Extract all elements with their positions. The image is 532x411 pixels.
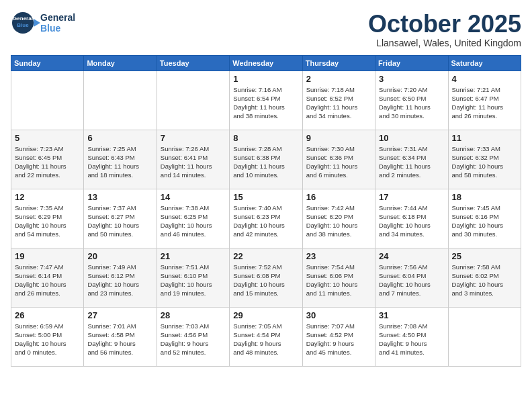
day-info: Sunrise: 7:33 AMSunset: 6:32 PMDaylight:… <box>452 144 517 180</box>
day-number: 23 <box>306 251 371 261</box>
header-row: Sunday Monday Tuesday Wednesday Thursday… <box>11 55 521 71</box>
calendar-table: Sunday Monday Tuesday Wednesday Thursday… <box>11 55 521 367</box>
calendar-cell <box>11 71 84 130</box>
day-info: Sunrise: 7:21 AMSunset: 6:47 PMDaylight:… <box>452 85 517 121</box>
day-number: 31 <box>379 310 444 320</box>
day-number: 18 <box>452 192 517 202</box>
day-number: 27 <box>87 310 152 320</box>
day-number: 14 <box>161 192 226 202</box>
calendar-cell: 6Sunrise: 7:25 AMSunset: 6:43 PMDaylight… <box>84 130 157 189</box>
svg-marker-3 <box>34 19 40 27</box>
day-info: Sunrise: 7:54 AMSunset: 6:06 PMDaylight:… <box>306 263 371 298</box>
day-info: Sunrise: 7:45 AMSunset: 6:16 PMDaylight:… <box>452 203 517 239</box>
day-info: Sunrise: 7:23 AMSunset: 6:45 PMDaylight:… <box>15 144 80 180</box>
day-info: Sunrise: 7:01 AMSunset: 4:58 PMDaylight:… <box>87 322 152 357</box>
week-row-4: 19Sunrise: 7:47 AMSunset: 6:14 PMDayligh… <box>11 248 521 307</box>
day-info: Sunrise: 7:40 AMSunset: 6:23 PMDaylight:… <box>233 203 298 239</box>
col-sunday: Sunday <box>11 55 84 71</box>
week-row-1: 1Sunrise: 7:16 AMSunset: 6:54 PMDaylight… <box>11 71 521 130</box>
logo-wrapper: General Blue General Blue <box>11 11 75 35</box>
calendar-cell: 10Sunrise: 7:31 AMSunset: 6:34 PMDayligh… <box>375 130 448 189</box>
week-row-2: 5Sunrise: 7:23 AMSunset: 6:45 PMDaylight… <box>11 130 521 189</box>
day-number: 22 <box>233 251 298 261</box>
day-info: Sunrise: 7:47 AMSunset: 6:14 PMDaylight:… <box>15 263 80 298</box>
day-number: 3 <box>379 74 444 84</box>
calendar-cell: 19Sunrise: 7:47 AMSunset: 6:14 PMDayligh… <box>11 248 84 307</box>
day-info: Sunrise: 7:37 AMSunset: 6:27 PMDaylight:… <box>87 203 152 239</box>
day-info: Sunrise: 7:56 AMSunset: 6:04 PMDaylight:… <box>379 263 444 298</box>
calendar-cell: 14Sunrise: 7:38 AMSunset: 6:25 PMDayligh… <box>157 189 229 248</box>
calendar-cell: 8Sunrise: 7:28 AMSunset: 6:38 PMDaylight… <box>230 130 302 189</box>
calendar-header: Sunday Monday Tuesday Wednesday Thursday… <box>11 55 521 71</box>
day-number: 26 <box>15 310 80 320</box>
day-info: Sunrise: 7:08 AMSunset: 4:50 PMDaylight:… <box>379 322 444 357</box>
logo-general: General <box>40 12 75 23</box>
day-number: 17 <box>379 192 444 202</box>
day-number: 4 <box>452 74 517 84</box>
logo: General Blue General Blue <box>11 11 75 35</box>
calendar-cell: 11Sunrise: 7:33 AMSunset: 6:32 PMDayligh… <box>448 130 521 189</box>
day-info: Sunrise: 7:38 AMSunset: 6:25 PMDaylight:… <box>161 203 226 239</box>
day-info: Sunrise: 7:05 AMSunset: 4:54 PMDaylight:… <box>233 322 298 357</box>
day-info: Sunrise: 7:52 AMSunset: 6:08 PMDaylight:… <box>233 263 298 298</box>
day-info: Sunrise: 7:07 AMSunset: 4:52 PMDaylight:… <box>306 322 371 357</box>
logo-text: General Blue <box>40 12 75 34</box>
day-number: 7 <box>161 133 226 143</box>
calendar-body: 1Sunrise: 7:16 AMSunset: 6:54 PMDaylight… <box>11 71 521 366</box>
day-number: 21 <box>161 251 226 261</box>
col-wednesday: Wednesday <box>230 55 302 71</box>
calendar-cell: 20Sunrise: 7:49 AMSunset: 6:12 PMDayligh… <box>84 248 157 307</box>
col-thursday: Thursday <box>302 55 375 71</box>
calendar-cell: 7Sunrise: 7:26 AMSunset: 6:41 PMDaylight… <box>157 130 229 189</box>
day-number: 6 <box>87 133 152 143</box>
calendar-cell: 18Sunrise: 7:45 AMSunset: 6:16 PMDayligh… <box>448 189 521 248</box>
day-number: 30 <box>306 310 371 320</box>
calendar-cell: 26Sunrise: 6:59 AMSunset: 5:00 PMDayligh… <box>11 307 84 366</box>
day-number: 19 <box>15 251 80 261</box>
day-info: Sunrise: 7:49 AMSunset: 6:12 PMDaylight:… <box>87 263 152 298</box>
calendar-cell: 13Sunrise: 7:37 AMSunset: 6:27 PMDayligh… <box>84 189 157 248</box>
day-info: Sunrise: 7:26 AMSunset: 6:41 PMDaylight:… <box>161 144 226 180</box>
day-info: Sunrise: 7:44 AMSunset: 6:18 PMDaylight:… <box>379 203 444 239</box>
col-friday: Friday <box>375 55 448 71</box>
calendar-cell: 23Sunrise: 7:54 AMSunset: 6:06 PMDayligh… <box>302 248 375 307</box>
day-info: Sunrise: 7:58 AMSunset: 6:02 PMDaylight:… <box>452 263 517 298</box>
day-info: Sunrise: 7:42 AMSunset: 6:20 PMDaylight:… <box>306 203 371 239</box>
calendar-cell: 2Sunrise: 7:18 AMSunset: 6:52 PMDaylight… <box>302 71 375 130</box>
week-row-5: 26Sunrise: 6:59 AMSunset: 5:00 PMDayligh… <box>11 307 521 366</box>
day-number: 2 <box>306 74 371 84</box>
day-number: 8 <box>233 133 298 143</box>
calendar-cell: 15Sunrise: 7:40 AMSunset: 6:23 PMDayligh… <box>230 189 302 248</box>
logo-blue: Blue <box>40 23 75 34</box>
day-number: 25 <box>452 251 517 261</box>
day-info: Sunrise: 7:16 AMSunset: 6:54 PMDaylight:… <box>233 85 298 121</box>
header: General Blue General Blue October 2025 L… <box>11 11 521 48</box>
calendar-cell: 12Sunrise: 7:35 AMSunset: 6:29 PMDayligh… <box>11 189 84 248</box>
day-number: 5 <box>15 133 80 143</box>
col-tuesday: Tuesday <box>157 55 229 71</box>
calendar-cell <box>157 71 229 130</box>
calendar-cell: 9Sunrise: 7:30 AMSunset: 6:36 PMDaylight… <box>302 130 375 189</box>
calendar-cell: 16Sunrise: 7:42 AMSunset: 6:20 PMDayligh… <box>302 189 375 248</box>
calendar-cell: 28Sunrise: 7:03 AMSunset: 4:56 PMDayligh… <box>157 307 229 366</box>
day-number: 12 <box>15 192 80 202</box>
calendar-cell: 5Sunrise: 7:23 AMSunset: 6:45 PMDaylight… <box>11 130 84 189</box>
day-info: Sunrise: 7:31 AMSunset: 6:34 PMDaylight:… <box>379 144 444 180</box>
day-number: 13 <box>87 192 152 202</box>
location: Llansawel, Wales, United Kingdom <box>368 38 521 48</box>
col-monday: Monday <box>84 55 157 71</box>
title-section: October 2025 Llansawel, Wales, United Ki… <box>368 11 521 48</box>
day-number: 11 <box>452 133 517 143</box>
day-number: 29 <box>233 310 298 320</box>
day-number: 9 <box>306 133 371 143</box>
day-number: 24 <box>379 251 444 261</box>
svg-text:General: General <box>13 15 33 21</box>
day-number: 15 <box>233 192 298 202</box>
day-number: 10 <box>379 133 444 143</box>
calendar-cell: 27Sunrise: 7:01 AMSunset: 4:58 PMDayligh… <box>84 307 157 366</box>
day-number: 1 <box>233 74 298 84</box>
month-title: October 2025 <box>368 11 521 38</box>
calendar-cell: 21Sunrise: 7:51 AMSunset: 6:10 PMDayligh… <box>157 248 229 307</box>
calendar-cell: 4Sunrise: 7:21 AMSunset: 6:47 PMDaylight… <box>448 71 521 130</box>
calendar-cell: 30Sunrise: 7:07 AMSunset: 4:52 PMDayligh… <box>302 307 375 366</box>
